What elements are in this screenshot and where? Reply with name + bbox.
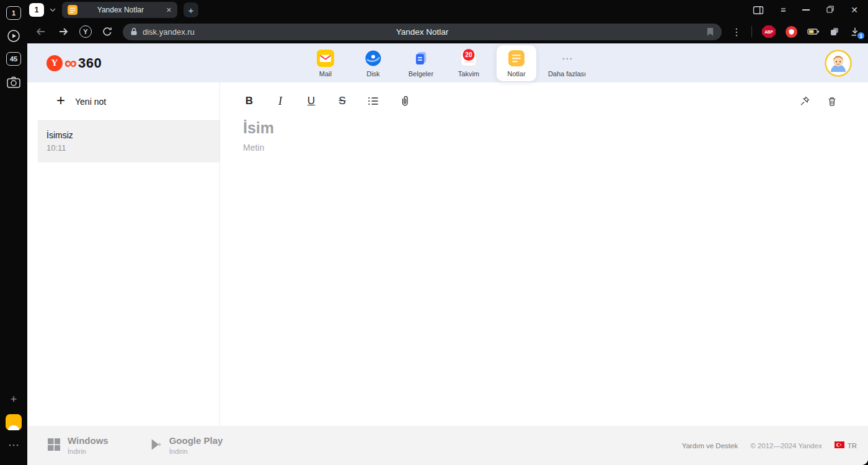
minimize-button[interactable]	[802, 9, 810, 11]
pin-icon[interactable]	[799, 95, 811, 107]
app-more[interactable]: ⋯ Daha fazlası	[544, 45, 590, 81]
app-label: Takvim	[458, 70, 479, 78]
forward-icon[interactable]	[57, 25, 69, 38]
browser-sidebar: 1 45 + ⋯	[0, 0, 27, 465]
app-label: Notlar	[507, 70, 525, 78]
bold-button[interactable]: B	[243, 95, 255, 107]
notes-icon	[508, 50, 525, 67]
note-body-input[interactable]: Metin	[243, 143, 838, 153]
video-player-icon[interactable]	[4, 27, 24, 45]
notes-app: + Yeni not İsimsiz 10:11 B I U S	[27, 82, 868, 426]
downloads-button[interactable]: 1	[849, 26, 861, 37]
app-label: Mail	[319, 70, 332, 78]
note-editor: B I U S	[220, 82, 868, 426]
app-notlar[interactable]: Notlar	[497, 45, 536, 81]
yandex-y-icon: Y	[46, 55, 63, 71]
language-selector[interactable]: TR	[835, 441, 857, 450]
underline-button[interactable]: U	[305, 95, 317, 107]
lock-icon[interactable]	[130, 27, 138, 36]
y360-header: Y ∞ 360 Mail Disk	[27, 43, 868, 82]
tab-count-badge[interactable]: 1	[6, 6, 21, 20]
app-belgeler[interactable]: Belgeler	[401, 45, 441, 81]
sidebar-more-icon[interactable]: ⋯	[4, 436, 24, 454]
toolbar-divider	[751, 26, 752, 37]
tab-group-chip[interactable]: 1	[29, 3, 44, 17]
chevron-down-icon[interactable]	[50, 8, 56, 12]
battery-extension-icon[interactable]	[807, 28, 820, 35]
app-takvim[interactable]: 20 Takvim	[449, 45, 489, 81]
url-text: disk.yandex.ru	[143, 27, 195, 37]
turkey-flag-icon	[835, 441, 844, 450]
address-bar[interactable]: disk.yandex.ru Yandex Notlar	[123, 24, 722, 40]
infinity-icon: ∞	[64, 55, 77, 72]
store-title: Windows	[68, 436, 108, 446]
browser-window: 1 45 + ⋯ 1 Yandex Notlar ✕	[0, 0, 868, 465]
extension-icon[interactable]	[830, 27, 839, 37]
page-footer: Windows İndirin Google Play İndirin Yard…	[27, 426, 868, 465]
documents-icon	[412, 50, 430, 67]
app-disk[interactable]: Disk	[353, 45, 393, 81]
page-title: Yandex Notlar	[396, 27, 449, 37]
google-play-logo-icon	[149, 437, 163, 454]
close-button[interactable]: ✕	[851, 6, 858, 14]
tab-title: Yandex Notlar	[78, 6, 164, 14]
screenshot-icon[interactable]	[4, 73, 24, 91]
store-title: Google Play	[169, 436, 223, 446]
help-link[interactable]: Yardım ve Destek	[682, 442, 738, 450]
app-mail[interactable]: Mail	[306, 45, 345, 81]
trash-icon[interactable]	[826, 95, 838, 107]
italic-button[interactable]: I	[274, 95, 286, 108]
new-note-label: Yeni not	[75, 97, 106, 107]
tab-close-icon[interactable]: ✕	[166, 6, 172, 14]
yandex-protect-icon[interactable]: Y	[79, 25, 92, 38]
store-subtitle: İndirin	[169, 448, 223, 455]
footer-right: Yardım ve Destek © 2012—2024 Yandex TR	[682, 441, 857, 450]
yandex-start-icon[interactable]	[6, 414, 22, 430]
plus-icon: +	[56, 93, 65, 108]
notes-list-pane: + Yeni not İsimsiz 10:11	[27, 82, 220, 426]
calendar-icon: 20	[460, 50, 477, 67]
tab-yandex-notlar[interactable]: Yandex Notlar ✕	[62, 2, 177, 18]
adblock-extension-icon[interactable]: ABP	[762, 25, 776, 38]
download-count-badge: 1	[856, 31, 866, 40]
new-note-button[interactable]: + Yeni not	[38, 82, 219, 121]
app-label: Daha fazlası	[548, 70, 586, 78]
browser-main: 1 Yandex Notlar ✕ + ≡	[27, 0, 868, 465]
attachment-button[interactable]	[398, 95, 410, 107]
windows-logo-icon	[46, 437, 61, 454]
tab-strip: 1 Yandex Notlar ✕ + ≡	[27, 0, 868, 20]
note-time: 10:11	[46, 143, 211, 153]
notes-favicon-icon	[68, 5, 78, 15]
strikethrough-button[interactable]: S	[336, 95, 348, 107]
menu-hamburger-icon[interactable]: ≡	[781, 6, 786, 14]
restore-button[interactable]	[826, 4, 834, 16]
shield-extension-icon[interactable]	[786, 26, 797, 38]
note-title-input[interactable]: İsim	[243, 119, 838, 137]
reload-icon[interactable]	[102, 26, 113, 37]
bullet-list-button[interactable]	[367, 96, 379, 106]
note-list-item[interactable]: İsimsiz 10:11	[38, 121, 219, 162]
store-subtitle: İndirin	[68, 448, 108, 455]
language-label: TR	[848, 442, 857, 450]
back-icon[interactable]	[35, 25, 47, 38]
sidebar-counter-badge[interactable]: 45	[6, 52, 21, 66]
more-apps-icon: ⋯	[562, 50, 572, 67]
note-title: İsimsiz	[46, 130, 211, 140]
mail-icon	[317, 50, 334, 67]
copyright-text: © 2012—2024 Yandex	[750, 442, 822, 450]
add-panel-icon[interactable]: +	[4, 390, 24, 409]
window-controls: ≡ ✕	[753, 4, 868, 16]
avatar[interactable]	[825, 50, 852, 77]
address-menu-kebab-icon[interactable]: ⋮	[732, 26, 742, 38]
google-play-download-link[interactable]: Google Play İndirin	[149, 436, 223, 455]
app-switcher: Mail Disk Belgeler	[306, 45, 590, 81]
web-page: Y ∞ 360 Mail Disk	[27, 43, 868, 465]
windows-download-link[interactable]: Windows İndirin	[46, 436, 108, 455]
new-tab-button[interactable]: +	[184, 2, 198, 17]
yandex360-logo[interactable]: Y ∞ 360	[46, 55, 102, 72]
bookmark-icon[interactable]	[706, 27, 714, 37]
side-panel-icon[interactable]	[753, 6, 764, 15]
disk-icon	[365, 50, 382, 67]
calendar-badge: 20	[463, 49, 474, 61]
logo-360-text: 360	[78, 55, 102, 71]
